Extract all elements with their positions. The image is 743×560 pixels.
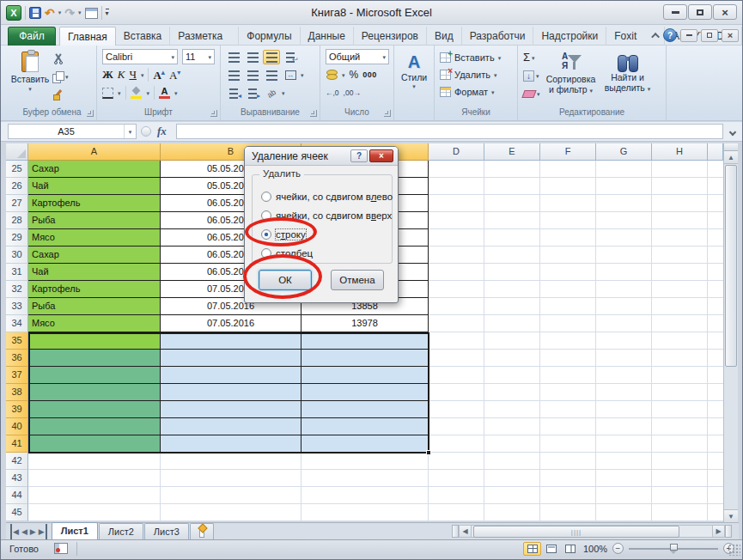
sort-filter-button[interactable]: АЯ Сортировкаи фильтр ▾ [544,50,599,105]
cell[interactable] [429,401,484,418]
cell[interactable]: Рыба [28,212,161,229]
cell[interactable] [484,401,540,418]
dialog-help-button[interactable]: ? [350,149,368,162]
align-right-button[interactable] [263,68,280,82]
cell[interactable] [540,195,596,212]
cell[interactable] [28,418,161,435]
vertical-scrollbar-thumb[interactable] [725,165,737,367]
cell[interactable] [708,470,723,487]
cell[interactable] [708,367,723,384]
cell[interactable] [540,504,596,521]
cell[interactable] [484,161,540,178]
vertical-scrollbar[interactable]: ▲ ▼ [723,143,738,522]
page-break-view-button[interactable] [561,542,579,556]
row-header[interactable]: 25 [6,161,28,178]
cell[interactable] [708,435,723,453]
horizontal-scrollbar[interactable]: ◀ |||| ▶ [452,524,732,539]
cell[interactable] [708,487,723,504]
expand-formula-bar-icon[interactable] [726,125,740,138]
merge-center-button[interactable]: ↔ [282,68,299,82]
cell[interactable] [596,384,652,401]
increase-indent-button[interactable]: ▸ [244,86,261,100]
row-header[interactable]: 30 [6,247,28,264]
cell[interactable] [540,178,596,195]
cell[interactable] [708,418,723,435]
dialog-launcher-icon[interactable] [87,110,94,117]
cell[interactable]: Мясо [28,229,161,247]
align-left-button[interactable] [225,68,242,82]
insert-sheet-button[interactable] [190,523,214,539]
row-header[interactable]: 33 [6,298,28,315]
cell[interactable] [708,264,723,281]
cell[interactable] [484,247,540,264]
shrink-font-button[interactable]: А▾ [169,66,180,82]
row-header[interactable]: 42 [6,453,28,470]
cell[interactable] [652,161,708,178]
ribbon-tab[interactable]: Вставка [116,27,171,46]
cell[interactable] [596,453,652,470]
cell[interactable] [161,487,301,504]
cell[interactable] [161,350,301,367]
cell[interactable] [540,384,596,401]
cell[interactable] [652,470,708,487]
cell[interactable] [540,453,596,470]
cell[interactable] [484,504,540,521]
cell[interactable] [596,504,652,521]
ribbon-tab[interactable]: Формулы [239,27,300,46]
cell[interactable]: Мясо [28,315,161,332]
cell[interactable]: Чай [28,178,161,195]
cell[interactable] [161,367,301,384]
cell[interactable] [652,418,708,435]
cell[interactable] [429,281,484,298]
cell[interactable] [28,470,161,487]
workbook-close-button[interactable]: × [722,29,739,42]
select-all-corner[interactable] [6,143,28,161]
find-select-button[interactable]: Найти ивыделить ▾ [600,50,655,105]
cell[interactable] [596,350,652,367]
font-color-icon[interactable]: А [159,87,170,99]
cell[interactable] [540,212,596,229]
cell[interactable] [429,350,484,367]
comma-format-button[interactable]: 000 [362,70,377,79]
restore-button[interactable] [688,4,712,20]
number-format-select[interactable]: Общий▾ [326,49,389,64]
cell[interactable] [429,212,484,229]
cell[interactable] [540,281,596,298]
normal-view-button[interactable] [523,542,541,556]
cell[interactable] [652,504,708,521]
cell[interactable] [596,315,652,332]
file-tab[interactable]: Файл [8,27,56,46]
cell[interactable] [540,470,596,487]
ribbon-tab[interactable]: Вид [427,27,462,46]
ok-button[interactable]: ОК [259,270,312,290]
bold-button[interactable]: Ж [102,68,113,82]
cell[interactable] [301,435,429,453]
autosum-button[interactable]: Σ▾ [521,50,542,65]
cell[interactable] [429,315,484,332]
sheet-tab-2[interactable]: Лист2 [99,523,143,539]
dialog-launcher-icon[interactable] [310,110,317,117]
close-button[interactable]: × [713,4,737,20]
cell[interactable] [28,332,161,350]
formula-input[interactable] [176,124,723,139]
cell[interactable] [596,195,652,212]
cell[interactable] [596,298,652,315]
cell[interactable] [301,418,429,435]
cell[interactable] [429,178,484,195]
cell[interactable] [596,212,652,229]
row-header[interactable]: 28 [6,212,28,229]
percent-format-button[interactable]: % [350,69,359,81]
radio-shift-up[interactable]: ячейки, со сдвигом вверх [261,206,393,225]
cell[interactable] [540,435,596,453]
cell[interactable] [540,487,596,504]
row-header[interactable]: 43 [6,470,28,487]
cell[interactable] [429,332,484,350]
cell[interactable] [161,435,301,453]
cell[interactable] [429,161,484,178]
cell[interactable] [484,229,540,247]
row-header[interactable]: 29 [6,229,28,247]
radio-shift-left[interactable]: ячейки, со сдвигом влево [261,187,393,206]
borders-icon[interactable] [102,88,113,99]
cell[interactable] [484,195,540,212]
cell[interactable] [540,229,596,247]
